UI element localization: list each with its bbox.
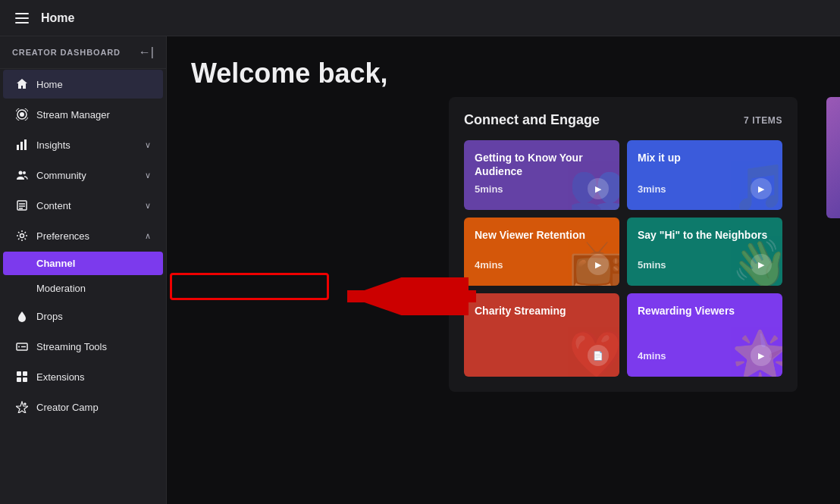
svg-point-14 xyxy=(18,346,20,348)
sidebar-item-home[interactable]: Home xyxy=(3,70,163,99)
card-3-play-button[interactable]: ▶ xyxy=(588,254,609,275)
streaming-tools-icon xyxy=(15,340,29,353)
sidebar-insights-label: Insights xyxy=(36,139,137,151)
community-icon xyxy=(15,168,29,182)
page-title: Home xyxy=(41,11,74,25)
card-5-footer: 📄 xyxy=(475,345,609,366)
card-2-title: Mix it up xyxy=(638,151,772,164)
card-4-duration: 5mins xyxy=(638,259,666,271)
sidebar-creator-camp-label: Creator Camp xyxy=(36,402,151,413)
sidebar-sub-item-channel[interactable]: Channel xyxy=(3,252,163,275)
extensions-icon xyxy=(15,370,29,383)
stream-manager-icon xyxy=(15,108,29,121)
channel-label: Channel xyxy=(36,258,75,269)
sidebar-item-creator-camp[interactable]: Creator Camp xyxy=(3,393,163,421)
sidebar-item-insights[interactable]: Insights ∨ xyxy=(3,130,163,159)
card-charity-streaming[interactable]: ❤️ Charity Streaming 📄 xyxy=(464,293,619,377)
card-1-footer: 5mins ▶ xyxy=(475,178,609,199)
section-count: 7 ITEMS xyxy=(744,115,782,126)
content-area: Welcome back, Connect and Engage 7 ITEMS… xyxy=(167,36,840,504)
card-4-play-button[interactable]: ▶ xyxy=(751,254,772,275)
svg-point-7 xyxy=(23,171,26,174)
main-layout: Creator Dashboard ←| Home Stream Manager xyxy=(0,36,840,504)
card-5-doc-button[interactable]: 📄 xyxy=(588,345,609,366)
card-1-duration: 5mins xyxy=(475,183,503,195)
insights-icon xyxy=(15,138,29,152)
sidebar-community-label: Community xyxy=(36,170,137,181)
welcome-heading: Welcome back, xyxy=(167,36,840,102)
card-rewarding-viewers[interactable]: 🌟 Rewarding Viewers 4mins ▶ xyxy=(627,293,782,377)
sidebar-item-preferences[interactable]: Preferences ∧ xyxy=(3,221,163,250)
sidebar-streaming-tools-label: Streaming Tools xyxy=(36,341,151,352)
card-2-duration: 3mins xyxy=(638,183,666,195)
svg-rect-4 xyxy=(20,142,23,150)
home-icon xyxy=(15,77,29,91)
content-icon xyxy=(15,199,29,212)
sidebar: Creator Dashboard ←| Home Stream Manager xyxy=(0,36,167,504)
svg-rect-17 xyxy=(23,371,27,376)
card-4-title: Say "Hi" to the Neighbors xyxy=(638,228,772,242)
svg-rect-16 xyxy=(17,371,21,376)
sidebar-sub-item-moderation[interactable]: Moderation xyxy=(3,277,163,300)
sidebar-preferences-label: Preferences xyxy=(36,230,137,242)
card-getting-to-know-audience[interactable]: 👥 Getting to Know Your Audience 5mins ▶ xyxy=(464,140,619,210)
sidebar-item-extensions[interactable]: Extensions xyxy=(3,362,163,391)
card-3-footer: 4mins ▶ xyxy=(475,254,609,275)
card-2-footer: 3mins ▶ xyxy=(638,178,772,199)
sidebar-header-label: Creator Dashboard xyxy=(12,48,121,57)
moderation-label: Moderation xyxy=(36,283,86,294)
svg-point-0 xyxy=(20,112,24,117)
sidebar-item-community[interactable]: Community ∨ xyxy=(3,161,163,189)
card-new-viewer-retention[interactable]: 📺 New Viewer Retention 4mins ▶ xyxy=(464,218,619,286)
preferences-icon xyxy=(15,229,29,243)
sidebar-drops-label: Drops xyxy=(36,311,151,322)
cards-grid: 👥 Getting to Know Your Audience 5mins ▶ … xyxy=(464,140,782,377)
card-6-duration: 4mins xyxy=(638,350,666,362)
card-3-duration: 4mins xyxy=(475,259,503,271)
sidebar-item-stream-manager[interactable]: Stream Manager xyxy=(3,100,163,129)
channel-highlight-border xyxy=(170,273,329,300)
card-6-play-button[interactable]: ▶ xyxy=(751,345,772,366)
card-5-title: Charity Streaming xyxy=(475,304,609,318)
svg-rect-3 xyxy=(17,145,19,150)
preferences-chevron-icon: ∧ xyxy=(145,231,151,241)
sidebar-home-label: Home xyxy=(36,79,151,90)
hamburger-menu[interactable] xyxy=(12,10,32,27)
creator-camp-icon xyxy=(15,400,29,414)
card-6-footer: 4mins ▶ xyxy=(638,345,772,366)
card-6-title: Rewarding Viewers xyxy=(638,304,772,318)
card-mix-it-up[interactable]: 🎵 Mix it up 3mins ▶ xyxy=(627,140,782,210)
cards-section: Connect and Engage 7 ITEMS 👥 Getting to … xyxy=(449,97,798,392)
svg-rect-19 xyxy=(23,377,27,382)
drops-icon xyxy=(15,309,29,323)
sidebar-item-streaming-tools[interactable]: Streaming Tools xyxy=(3,332,163,361)
insights-chevron-icon: ∨ xyxy=(145,140,151,150)
card-4-footer: 5mins ▶ xyxy=(638,254,772,275)
svg-point-6 xyxy=(19,171,23,175)
card-1-play-button[interactable]: ▶ xyxy=(588,178,609,199)
sidebar-stream-manager-label: Stream Manager xyxy=(36,109,151,121)
community-chevron-icon: ∨ xyxy=(145,171,151,180)
sidebar-item-drops[interactable]: Drops xyxy=(3,302,163,330)
section-title: Connect and Engage xyxy=(464,112,600,128)
topbar: Home xyxy=(0,0,840,36)
svg-point-12 xyxy=(20,234,24,238)
sidebar-collapse-button[interactable]: ←| xyxy=(139,45,154,59)
sidebar-content-label: Content xyxy=(36,200,137,211)
content-chevron-icon: ∨ xyxy=(145,201,151,211)
card-say-hi-neighbors[interactable]: 👋 Say "Hi" to the Neighbors 5mins ▶ xyxy=(627,218,782,286)
card-3-title: New Viewer Retention xyxy=(475,228,609,242)
annotation-arrow xyxy=(220,280,485,326)
right-partial-card xyxy=(826,97,840,218)
svg-rect-5 xyxy=(24,139,27,150)
sidebar-item-content[interactable]: Content ∨ xyxy=(3,191,163,220)
card-2-play-button[interactable]: ▶ xyxy=(751,178,772,199)
card-1-title: Getting to Know Your Audience xyxy=(475,151,609,178)
cards-section-header: Connect and Engage 7 ITEMS xyxy=(464,112,782,128)
sidebar-header: Creator Dashboard ←| xyxy=(0,36,166,69)
sidebar-extensions-label: Extensions xyxy=(36,371,151,383)
svg-rect-18 xyxy=(17,377,21,382)
